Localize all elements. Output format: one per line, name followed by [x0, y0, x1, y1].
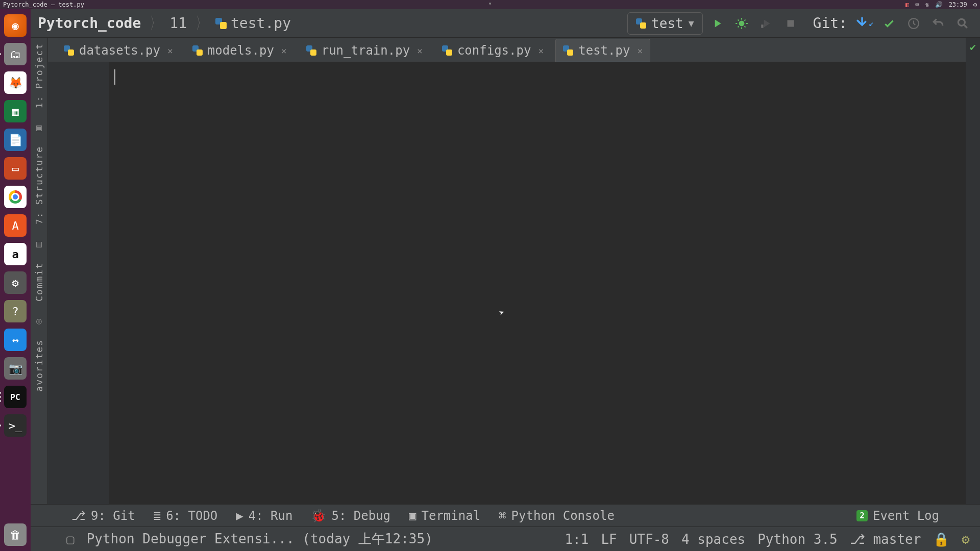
line-separator[interactable]: LF	[601, 532, 617, 547]
toolwin-run[interactable]: ▶ 4: Run	[236, 509, 292, 523]
ide-settings-icon[interactable]: ⚙	[962, 532, 970, 547]
folder-icon[interactable]: ▣	[35, 122, 44, 132]
svg-rect-1	[761, 24, 763, 28]
status-bar: ▢ Python Debugger Extensi... (today 上午12…	[31, 527, 980, 551]
firefox-icon[interactable]: 🦊	[4, 71, 27, 94]
terminal-icon[interactable]: >_	[4, 414, 27, 437]
debug-button[interactable]	[731, 13, 752, 34]
tab-models[interactable]: models.py ×	[185, 39, 295, 62]
run-with-coverage-button[interactable]	[756, 13, 776, 34]
indicator-icon[interactable]: ◧	[905, 1, 909, 8]
breadcrumb-root[interactable]: Pytorch_code	[38, 15, 141, 32]
code-editor[interactable]: ➤	[48, 62, 966, 504]
toolwin-todo[interactable]: ≣ 6: TODO	[154, 509, 218, 523]
tool-commit[interactable]: Commit	[34, 262, 44, 302]
toolwin-debug-label: 5: Debug	[331, 509, 390, 523]
tool-structure[interactable]: 7: Structure	[34, 146, 44, 224]
keyboard-icon[interactable]: ⌨	[915, 1, 919, 8]
status-message: Python Debugger Extensi... (today 上午12:3…	[87, 530, 433, 548]
tab-label: test.py	[578, 43, 630, 58]
tab-datasets[interactable]: datasets.py ×	[56, 39, 181, 62]
breadcrumb-file[interactable]: test.py	[231, 15, 291, 32]
toolwin-debug[interactable]: 🐞 5: Debug	[311, 509, 390, 523]
close-icon[interactable]: ×	[637, 45, 643, 56]
interpreter[interactable]: Python 3.5	[757, 532, 838, 547]
python-file-icon	[306, 45, 316, 56]
code-area[interactable]: ➤	[109, 62, 966, 504]
trash-icon[interactable]: 🗑	[4, 523, 27, 546]
toolwin-terminal-label: Terminal	[422, 509, 481, 523]
chevron-right-icon: 〉	[151, 12, 160, 35]
git-commit-button[interactable]	[879, 13, 899, 34]
tool-project[interactable]: 1: Project	[34, 43, 44, 108]
git-rollback-button[interactable]	[928, 13, 948, 34]
files-icon[interactable]: 🗂	[4, 43, 27, 65]
tab-label: datasets.py	[79, 43, 160, 58]
tab-test[interactable]: test.py ×	[555, 39, 650, 62]
lock-icon[interactable]: 🔒	[933, 532, 949, 547]
play-icon: ▶	[236, 509, 243, 523]
dash-icon[interactable]: ◉	[4, 14, 27, 37]
toolwin-run-label: 4: Run	[249, 509, 293, 523]
help-icon[interactable]: ?	[4, 300, 27, 322]
svg-point-4	[958, 19, 965, 26]
tool-favorites[interactable]: avorites	[34, 339, 44, 392]
libreoffice-impress-icon[interactable]: ▭	[4, 157, 27, 180]
power-icon[interactable]: ⚙	[973, 1, 977, 8]
stop-button[interactable]	[780, 13, 801, 34]
breadcrumb-folder[interactable]: 11	[169, 15, 187, 32]
bottom-toolbar: ⎇ 9: Git ≣ 6: TODO ▶ 4: Run 🐞 5: Debug ▣…	[31, 504, 980, 527]
volume-icon[interactable]: 🔊	[935, 1, 943, 8]
toolwin-event-log[interactable]: 2 Event Log	[856, 509, 939, 523]
tab-label: models.py	[208, 43, 274, 58]
git-branch[interactable]: ⎇ master	[850, 532, 921, 547]
svg-rect-2	[787, 20, 794, 27]
git-label: Git:	[813, 15, 847, 32]
pycharm-icon[interactable]: PC	[4, 386, 27, 408]
libreoffice-calc-icon[interactable]: ▦	[4, 100, 27, 122]
chrome-icon[interactable]	[4, 186, 27, 208]
close-icon[interactable]: ×	[167, 45, 173, 56]
clock[interactable]: 23:39	[949, 1, 967, 8]
settings-icon[interactable]: ⚙	[4, 271, 27, 294]
run-button[interactable]	[707, 13, 727, 34]
branch-name: master	[873, 532, 921, 547]
ubuntu-software-icon[interactable]: A	[4, 214, 27, 237]
git-update-button[interactable]: ↙	[854, 13, 875, 34]
system-tray: ◧ ⌨ ⇅ 🔊 23:39 ⚙	[905, 1, 977, 8]
tab-run-train[interactable]: run_train.py ×	[299, 39, 430, 62]
tab-configs[interactable]: configs.py ×	[434, 39, 551, 62]
cursor-position[interactable]: 1:1	[565, 532, 589, 547]
inspections-ok-icon[interactable]: ✔	[970, 41, 976, 53]
python-icon: ⌘	[499, 509, 506, 523]
run-config-selector[interactable]: test ▼	[627, 12, 702, 35]
structure-icon[interactable]: ▤	[35, 239, 44, 248]
text-caret	[114, 69, 115, 85]
close-icon[interactable]: ×	[417, 45, 423, 56]
event-count-badge: 2	[856, 510, 868, 521]
git-history-button[interactable]	[903, 13, 924, 34]
ide-toolbar: Pytorch_code 〉 11 〉 test.py test ▼	[31, 9, 980, 38]
toolwin-python-console[interactable]: ⌘ Python Console	[499, 509, 615, 523]
python-file-icon	[636, 18, 646, 29]
branch-icon: ⎇	[850, 532, 873, 547]
indent-setting[interactable]: 4 spaces	[681, 532, 745, 547]
close-icon[interactable]: ×	[538, 45, 544, 56]
libreoffice-writer-icon[interactable]: 📄	[4, 129, 27, 151]
close-icon[interactable]: ×	[281, 45, 287, 56]
amazon-icon[interactable]: a	[4, 243, 27, 265]
toolwin-git[interactable]: ⎇ 9: Git	[71, 509, 135, 523]
breadcrumb[interactable]: Pytorch_code 〉 11 〉 test.py	[38, 12, 291, 35]
file-encoding[interactable]: UTF-8	[629, 532, 669, 547]
network-icon[interactable]: ⇅	[925, 1, 928, 8]
teamviewer-icon[interactable]: ↔	[4, 329, 27, 351]
titlebar-dropdown-icon[interactable]: ▾	[488, 0, 492, 7]
svg-point-0	[739, 20, 744, 26]
commit-icon[interactable]: ◎	[35, 316, 44, 325]
left-tool-strip: 1: Project ▣ 7: Structure ▤ Commit ◎ avo…	[31, 38, 48, 504]
screenshot-icon[interactable]: 📷	[4, 357, 27, 380]
toolwin-terminal[interactable]: ▣ Terminal	[409, 509, 480, 523]
search-everywhere-button[interactable]	[952, 13, 973, 34]
branch-icon: ⎇	[71, 509, 86, 523]
toolwindow-toggle-icon[interactable]: ▢	[66, 532, 75, 547]
